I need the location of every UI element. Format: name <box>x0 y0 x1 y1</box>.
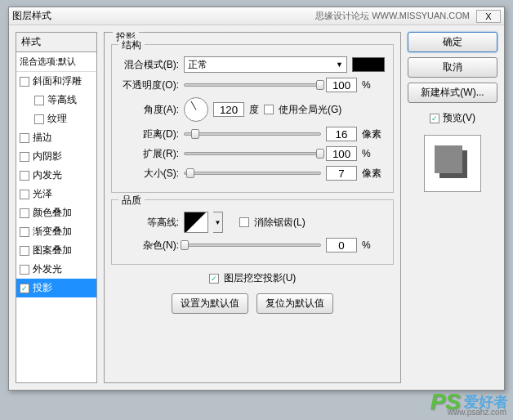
style-label: 渐变叠加 <box>33 225 72 239</box>
style-checkbox[interactable] <box>20 77 29 87</box>
style-checkbox[interactable] <box>20 227 29 237</box>
style-checkbox[interactable] <box>20 265 29 275</box>
style-checkbox[interactable] <box>34 96 44 105</box>
action-panel: 确定 取消 新建样式(W)... 预览(V) <box>408 32 497 383</box>
style-label: 图案叠加 <box>33 244 72 257</box>
spread-input[interactable] <box>326 146 357 161</box>
style-item[interactable]: 渐变叠加 <box>16 222 96 241</box>
structure-fieldset: 结构 混合模式(B): 正常 不透明度(O): % 角度(A): <box>111 44 394 193</box>
angle-label: 角度(A): <box>120 103 179 117</box>
size-slider[interactable] <box>184 172 321 175</box>
spread-slider[interactable] <box>184 152 321 155</box>
style-item[interactable]: 斜面和浮雕 <box>16 72 96 91</box>
opacity-input[interactable] <box>326 78 357 92</box>
style-checkbox[interactable] <box>20 190 29 199</box>
knockout-checkbox[interactable] <box>209 274 219 284</box>
style-label: 光泽 <box>33 187 52 201</box>
style-label: 描边 <box>33 131 52 145</box>
opacity-slider[interactable] <box>184 83 321 87</box>
style-label: 内发光 <box>33 168 62 182</box>
structure-label: 结构 <box>118 38 145 52</box>
size-unit: 像素 <box>362 167 385 181</box>
spread-label: 扩展(R): <box>120 147 179 161</box>
style-item[interactable]: 颜色叠加 <box>16 203 96 222</box>
watermark-url: www.psahz.com <box>448 408 506 417</box>
style-checkbox[interactable] <box>34 114 44 124</box>
style-item[interactable]: 光泽 <box>16 185 96 203</box>
style-label: 投影 <box>33 281 52 295</box>
spread-unit: % <box>362 148 385 159</box>
angle-unit: 度 <box>249 103 259 117</box>
noise-label: 杂色(N): <box>120 239 179 252</box>
style-checkbox[interactable] <box>20 246 29 256</box>
layer-style-dialog: 图层样式 思缘设计论坛 WWW.MISSYUAN.COM X 样式 混合选项:默… <box>8 7 505 391</box>
distance-slider[interactable] <box>184 132 321 136</box>
style-item[interactable]: 内发光 <box>16 166 96 185</box>
style-checkbox[interactable] <box>20 208 29 218</box>
distance-input[interactable] <box>326 127 357 141</box>
style-item[interactable]: 描边 <box>16 128 96 147</box>
styles-panel: 样式 混合选项:默认 斜面和浮雕等高线纹理描边内阴影内发光光泽颜色叠加渐变叠加图… <box>16 32 97 383</box>
style-item[interactable]: 图案叠加 <box>16 241 96 260</box>
style-label: 外发光 <box>33 262 62 276</box>
watermark: PS 爱好者 www.psahz.com <box>430 389 508 415</box>
set-default-button[interactable]: 设置为默认值 <box>172 293 248 314</box>
preview-checkbox[interactable] <box>430 114 439 123</box>
style-item[interactable]: 投影 <box>16 279 96 297</box>
distance-unit: 像素 <box>362 127 385 141</box>
style-item[interactable]: 内阴影 <box>16 147 96 166</box>
blend-options-header[interactable]: 混合选项:默认 <box>16 52 96 72</box>
titlebar-subtitle: 思缘设计论坛 WWW.MISSYUAN.COM <box>315 10 470 22</box>
style-label: 斜面和浮雕 <box>33 74 82 88</box>
global-light-label: 使用全局光(G) <box>279 103 341 117</box>
contour-dropdown[interactable]: ▼ <box>213 212 223 233</box>
style-checkbox[interactable] <box>20 152 29 162</box>
preview-box <box>424 135 481 192</box>
window-title: 图层样式 <box>12 9 51 23</box>
quality-label: 品质 <box>118 194 145 208</box>
style-label: 等高线 <box>47 93 77 107</box>
style-label: 内阴影 <box>33 150 62 163</box>
settings-panel: 投影 结构 混合模式(B): 正常 不透明度(O): % <box>104 32 401 383</box>
close-button[interactable]: X <box>476 10 501 23</box>
angle-input[interactable] <box>213 102 244 117</box>
style-item[interactable]: 外发光 <box>16 260 96 279</box>
noise-input[interactable] <box>326 238 357 252</box>
angle-dial[interactable] <box>184 97 208 122</box>
knockout-label: 图层挖空投影(U) <box>224 271 297 285</box>
antialias-label: 消除锯齿(L) <box>254 216 306 230</box>
titlebar: 图层样式 思缘设计论坛 WWW.MISSYUAN.COM X <box>9 7 504 25</box>
noise-unit: % <box>362 239 385 251</box>
contour-picker[interactable] <box>184 212 208 233</box>
cancel-button[interactable]: 取消 <box>408 57 497 78</box>
reset-default-button[interactable]: 复位为默认值 <box>256 293 333 314</box>
style-checkbox[interactable] <box>20 171 29 181</box>
style-item[interactable]: 等高线 <box>16 91 96 109</box>
opacity-unit: % <box>362 79 385 91</box>
style-label: 颜色叠加 <box>33 206 72 220</box>
style-checkbox[interactable] <box>20 284 29 293</box>
quality-fieldset: 品质 等高线: ▼ 消除锯齿(L) 杂色(N): % <box>111 199 394 265</box>
global-light-checkbox[interactable] <box>264 105 274 114</box>
size-input[interactable] <box>326 166 357 181</box>
antialias-checkbox[interactable] <box>239 217 249 227</box>
color-swatch[interactable] <box>352 57 385 72</box>
size-label: 大小(S): <box>120 167 179 181</box>
blend-mode-value: 正常 <box>188 58 207 72</box>
ok-button[interactable]: 确定 <box>408 32 497 52</box>
contour-label: 等高线: <box>120 216 179 230</box>
blend-mode-label: 混合模式(B): <box>120 58 179 72</box>
opacity-label: 不透明度(O): <box>120 78 179 92</box>
style-label: 纹理 <box>47 112 67 126</box>
styles-list: 混合选项:默认 斜面和浮雕等高线纹理描边内阴影内发光光泽颜色叠加渐变叠加图案叠加… <box>16 52 97 383</box>
styles-header: 样式 <box>16 32 97 52</box>
blend-mode-dropdown[interactable]: 正常 <box>184 56 347 73</box>
preview-label: 预览(V) <box>443 111 475 125</box>
noise-slider[interactable] <box>184 244 321 247</box>
style-checkbox[interactable] <box>20 133 29 143</box>
new-style-button[interactable]: 新建样式(W)... <box>408 83 497 103</box>
style-item[interactable]: 纹理 <box>16 109 96 128</box>
distance-label: 距离(D): <box>120 127 179 141</box>
